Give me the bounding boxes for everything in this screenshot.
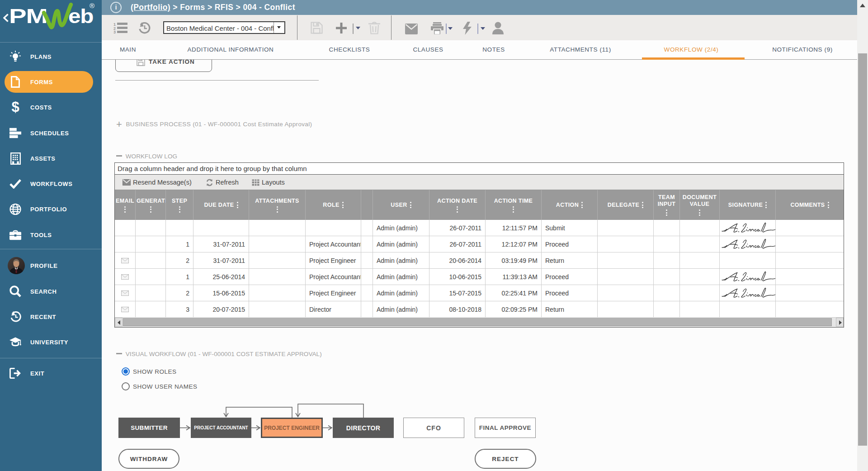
svg-text:3: 3	[113, 30, 116, 33]
